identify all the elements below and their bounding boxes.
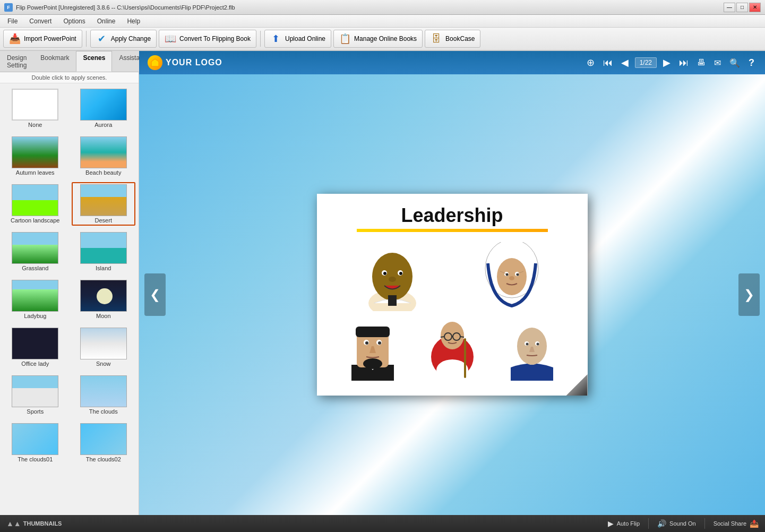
nav-prev-arrow[interactable]: ❮ <box>144 273 166 316</box>
main-content: Design Setting Bookmark Scenes Assistant… <box>0 51 765 515</box>
first-page-button[interactable]: ⏮ <box>601 56 615 70</box>
menu-file[interactable]: File <box>2 16 23 26</box>
scene-label-the-clouds01: The clouds01 <box>18 456 53 462</box>
thumbnails-label: THUMBNAILS <box>23 520 62 527</box>
convert-label: Convert To Flipping Book <box>179 35 251 42</box>
scene-thumb-moon <box>80 280 127 312</box>
menu-bar: File Convert Options Online Help <box>0 15 765 28</box>
scene-item-none[interactable]: None <box>3 87 67 130</box>
nav-next-arrow[interactable]: ❯ <box>738 273 760 316</box>
scene-label-desert: Desert <box>95 217 112 224</box>
scene-label-moon: Moon <box>96 313 111 319</box>
svg-point-22 <box>365 341 368 345</box>
face-3 <box>346 317 399 381</box>
book-title: Leadership <box>401 204 503 227</box>
scene-item-beach-beauty[interactable]: Beach beauty <box>72 134 136 178</box>
logo-icon <box>148 55 162 70</box>
menu-options[interactable]: Options <box>58 16 90 26</box>
next-page-button[interactable]: ▶ <box>661 56 673 70</box>
scenes-container[interactable]: NoneAuroraAutumn leavesBeach beautyCarto… <box>0 83 139 515</box>
svg-point-7 <box>389 277 396 282</box>
viewer-toolbar: YOUR LOGO ⊕ ⏮ ◀ 1/22 ▶ ⏭ 🖶 ✉ 🔍 ? <box>139 51 765 74</box>
tab-scenes[interactable]: Scenes <box>76 51 112 72</box>
apply-change-button[interactable]: ✔ Apply Change <box>90 30 157 48</box>
scene-thumb-aurora <box>80 89 127 121</box>
tab-bookmark[interactable]: Bookmark <box>33 51 76 72</box>
scene-item-the-clouds01[interactable]: The clouds01 <box>3 421 67 465</box>
svg-point-6 <box>399 272 402 275</box>
menu-convert[interactable]: Convert <box>24 16 57 26</box>
scene-thumb-cartoon-landscape <box>12 184 58 216</box>
svg-marker-0 <box>151 59 159 66</box>
scene-label-snow: Snow <box>96 361 111 367</box>
tab-design-setting[interactable]: Design Setting <box>0 51 33 72</box>
svg-point-5 <box>383 272 386 275</box>
import-label: Import PowerPoint <box>24 35 76 42</box>
scene-label-the-clouds: The clouds <box>89 408 118 415</box>
viewer-controls: ⊕ ⏮ ◀ 1/22 ▶ ⏭ 🖶 ✉ 🔍 ? <box>585 56 757 70</box>
minimize-button[interactable]: — <box>724 3 735 12</box>
scene-item-autumn-leaves[interactable]: Autumn leaves <box>3 134 67 178</box>
upload-icon: ⬆ <box>270 33 282 45</box>
scene-item-the-clouds[interactable]: The clouds <box>72 373 136 417</box>
sound-icon: 🔊 <box>657 519 666 528</box>
help-button[interactable]: ? <box>746 56 757 70</box>
scene-item-grassland[interactable]: Grassland <box>3 230 67 273</box>
auto-flip-label: Auto Flip <box>617 520 640 527</box>
scene-label-aurora: Aurora <box>94 122 112 128</box>
upload-label: Upload Online <box>285 35 325 42</box>
app-icon: F <box>4 3 13 12</box>
scene-label-beach-beauty: Beach beauty <box>85 169 121 176</box>
email-button[interactable]: ✉ <box>712 57 723 69</box>
scene-item-office-lady[interactable]: Office lady <box>3 325 67 369</box>
menu-online[interactable]: Online <box>92 16 121 26</box>
toolbar: 📥 Import PowerPoint ✔ Apply Change 📖 Con… <box>0 28 765 51</box>
logo-area: YOUR LOGO <box>148 55 222 70</box>
toolbar-separator-1 <box>86 31 87 47</box>
upload-online-button[interactable]: ⬆ Upload Online <box>264 30 331 48</box>
scene-item-sports[interactable]: Sports <box>3 373 67 417</box>
manage-online-button[interactable]: 📋 Manage Online Books <box>333 30 423 48</box>
last-page-button[interactable]: ⏭ <box>677 56 691 70</box>
scene-item-ladybug[interactable]: Ladybug <box>3 278 67 321</box>
leadership-line <box>357 229 548 232</box>
face-4 <box>426 317 479 381</box>
play-icon: ▶ <box>608 519 614 528</box>
scene-item-aurora[interactable]: Aurora <box>72 87 136 130</box>
page-indicator: 1/22 <box>635 57 657 68</box>
scene-thumb-beach-beauty <box>80 136 127 168</box>
scene-thumb-desert <box>80 184 127 216</box>
scene-item-the-clouds02[interactable]: The clouds02 <box>72 421 136 465</box>
scene-thumb-grassland <box>12 232 58 264</box>
scene-thumb-none <box>12 89 58 121</box>
scene-item-moon[interactable]: Moon <box>72 278 136 321</box>
search-button[interactable]: 🔍 <box>727 57 742 69</box>
print-button[interactable]: 🖶 <box>695 57 708 68</box>
maximize-button[interactable]: □ <box>736 3 748 12</box>
scene-item-cartoon-landscape[interactable]: Cartoon landscape <box>3 182 67 226</box>
import-icon: 📥 <box>9 33 21 45</box>
scene-label-the-clouds02: The clouds02 <box>86 456 121 462</box>
sound-section[interactable]: 🔊 Sound On <box>657 519 696 528</box>
thumbnails-section[interactable]: ▲▲ THUMBNAILS <box>6 519 62 528</box>
bookcase-icon: 🗄 <box>431 33 442 45</box>
panel-tabs: Design Setting Bookmark Scenes Assistant <box>0 51 139 72</box>
import-powerpoint-button[interactable]: 📥 Import PowerPoint <box>3 30 82 48</box>
bookcase-button[interactable]: 🗄 BookCase <box>425 30 480 48</box>
scene-label-none: None <box>28 122 42 128</box>
convert-icon: 📖 <box>165 33 176 45</box>
window-controls[interactable]: — □ ✕ <box>724 3 761 12</box>
zoom-in-button[interactable]: ⊕ <box>585 56 597 70</box>
close-button[interactable]: ✕ <box>749 3 761 12</box>
scene-item-island[interactable]: Island <box>72 230 136 273</box>
auto-flip-section[interactable]: ▶ Auto Flip <box>608 519 640 528</box>
prev-page-button[interactable]: ◀ <box>619 56 631 70</box>
scene-item-snow[interactable]: Snow <box>72 325 136 369</box>
social-section[interactable]: Social Share 📤 <box>714 519 759 528</box>
menu-help[interactable]: Help <box>122 16 145 26</box>
convert-to-flipping-button[interactable]: 📖 Convert To Flipping Book <box>159 30 256 48</box>
book-container: ❮ Leadership <box>139 74 765 515</box>
scene-item-desert[interactable]: Desert <box>72 182 136 226</box>
expand-icon: ▲▲ <box>6 519 21 528</box>
scene-label-autumn-leaves: Autumn leaves <box>16 169 55 176</box>
